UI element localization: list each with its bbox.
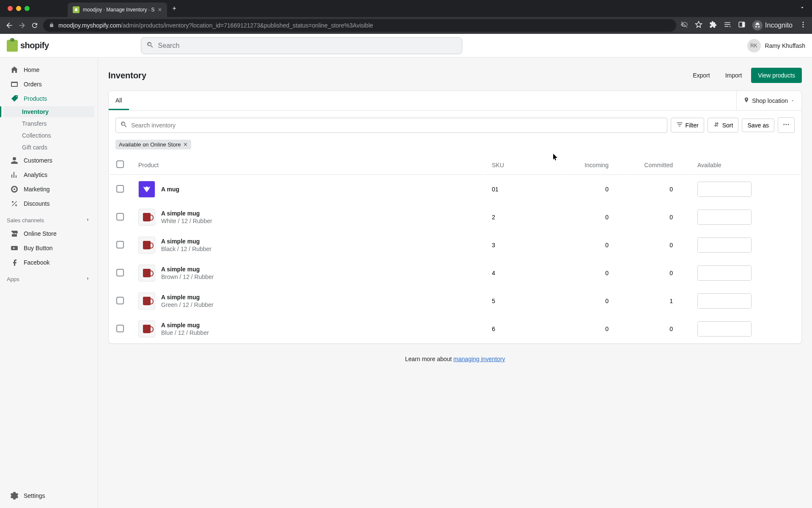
chevron-right-icon[interactable] xyxy=(85,217,91,224)
row-checkbox[interactable] xyxy=(116,213,124,221)
sidebar-item-customers[interactable]: Customers xyxy=(3,154,94,167)
apps-header: Apps xyxy=(0,270,98,285)
nav-back-button[interactable] xyxy=(5,21,14,30)
available-input[interactable] xyxy=(698,210,752,224)
reading-list-icon[interactable] xyxy=(724,21,731,30)
address-bar[interactable]: moodjoy.myshopify.com/admin/products/inv… xyxy=(43,19,676,32)
incognito-badge[interactable]: Incognito xyxy=(752,20,793,30)
row-checkbox[interactable] xyxy=(116,241,124,248)
page-header: Inventory Export Import View products xyxy=(108,68,802,83)
row-checkbox[interactable] xyxy=(116,185,124,193)
cell-sku: 3 xyxy=(485,232,561,259)
browser-tab[interactable]: moodjoy · Manage Inventory · S ✕ xyxy=(68,3,167,17)
product-name[interactable]: A simple mug xyxy=(161,238,211,245)
sidebar-sub-gift-cards[interactable]: Gift cards xyxy=(3,142,94,153)
new-tab-button[interactable]: + xyxy=(172,5,176,12)
main-content: Inventory Export Import View products Al… xyxy=(98,58,812,508)
tab-title: moodjoy · Manage Inventory · S xyxy=(83,7,154,13)
row-checkbox[interactable] xyxy=(116,269,124,276)
caret-down-icon xyxy=(790,97,795,104)
learn-more-link[interactable]: managing inventory xyxy=(453,356,505,362)
extensions-icon[interactable] xyxy=(709,21,717,30)
product-name[interactable]: A simple mug xyxy=(161,266,214,273)
inventory-search[interactable] xyxy=(115,118,667,133)
window-close-button[interactable] xyxy=(8,6,13,11)
more-actions-button[interactable] xyxy=(778,117,795,133)
cell-committed: 0 xyxy=(626,232,690,259)
shopify-logo[interactable]: shopify xyxy=(7,40,49,52)
tab-close-icon[interactable]: ✕ xyxy=(158,7,162,13)
svg-point-6 xyxy=(786,124,787,125)
tab-all[interactable]: All xyxy=(109,91,129,110)
available-stepper[interactable]: ▲▼ xyxy=(697,182,752,197)
global-search[interactable]: Search xyxy=(141,37,462,54)
col-header-product[interactable]: Product xyxy=(132,155,484,175)
filter-chip-available-online-store[interactable]: Available on Online Store ✕ xyxy=(115,140,191,149)
star-icon[interactable] xyxy=(695,21,702,30)
incognito-icon xyxy=(752,20,763,30)
available-input[interactable] xyxy=(698,322,752,336)
cell-committed: 0 xyxy=(626,260,690,287)
save-as-button[interactable]: Save as xyxy=(742,119,774,132)
sidebar-sub-collections[interactable]: Collections xyxy=(3,130,94,141)
cell-committed: 0 xyxy=(626,315,690,342)
card-tabs-row: All Shop location xyxy=(109,91,801,110)
sidebar-item-home[interactable]: Home xyxy=(3,63,94,77)
filter-button[interactable]: Filter xyxy=(671,118,704,133)
kebab-menu-icon[interactable] xyxy=(799,21,807,30)
sidebar-channel-online-store[interactable]: Online Store xyxy=(3,227,94,240)
orders-icon xyxy=(10,80,19,88)
available-input[interactable] xyxy=(698,266,752,280)
available-stepper[interactable]: ▲▼ xyxy=(697,265,752,281)
product-name[interactable]: A simple mug xyxy=(161,210,212,217)
available-stepper[interactable]: ▲▼ xyxy=(697,237,752,253)
available-stepper[interactable]: ▲▼ xyxy=(697,293,752,309)
chip-remove-icon[interactable]: ✕ xyxy=(183,141,188,148)
col-header-committed[interactable]: Committed xyxy=(626,155,690,175)
window-maximize-button[interactable] xyxy=(25,6,30,11)
sidebar-item-label: Analytics xyxy=(24,171,47,178)
tab-favicon-icon xyxy=(73,6,80,13)
col-header-available[interactable]: Available xyxy=(691,155,801,175)
sidebar-sub-inventory[interactable]: Inventory xyxy=(3,106,94,117)
sidebar-item-orders[interactable]: Orders xyxy=(3,77,94,91)
row-checkbox[interactable] xyxy=(116,297,124,304)
nav-forward-button[interactable] xyxy=(18,21,26,30)
available-stepper[interactable]: ▲▼ xyxy=(697,321,752,337)
view-products-button[interactable]: View products xyxy=(751,68,802,83)
sort-button[interactable]: Sort xyxy=(708,118,739,133)
location-selector[interactable]: Shop location xyxy=(736,91,801,110)
col-header-incoming[interactable]: Incoming xyxy=(562,155,625,175)
learn-more-prefix: Learn more about xyxy=(405,356,453,362)
inventory-search-input[interactable] xyxy=(131,122,663,129)
panel-icon[interactable] xyxy=(738,21,746,30)
product-name[interactable]: A simple mug xyxy=(161,294,214,301)
sidebar-channel-facebook[interactable]: Facebook xyxy=(3,256,94,269)
chevron-right-icon[interactable] xyxy=(85,276,91,283)
row-checkbox[interactable] xyxy=(116,325,124,332)
import-button[interactable]: Import xyxy=(719,69,748,82)
available-input[interactable] xyxy=(698,294,752,308)
sidebar-item-analytics[interactable]: Analytics xyxy=(3,168,94,182)
cell-sku: 2 xyxy=(485,204,561,231)
select-all-checkbox[interactable] xyxy=(116,160,124,168)
eye-off-icon[interactable] xyxy=(680,21,688,30)
available-input[interactable] xyxy=(698,238,752,252)
nav-reload-button[interactable] xyxy=(30,21,39,30)
sort-label: Sort xyxy=(722,122,733,129)
product-name[interactable]: A simple mug xyxy=(161,322,209,329)
sidebar-channel-buy-button[interactable]: Buy Button xyxy=(3,241,94,255)
sidebar-item-discounts[interactable]: Discounts xyxy=(3,197,94,210)
user-menu[interactable]: RK Ramy Khuffash xyxy=(747,39,805,52)
tab-overflow-icon[interactable] xyxy=(799,5,805,12)
product-name[interactable]: A mug xyxy=(161,186,179,193)
sidebar-sub-transfers[interactable]: Transfers xyxy=(3,118,94,129)
export-button[interactable]: Export xyxy=(687,69,716,82)
available-stepper[interactable]: ▲▼ xyxy=(697,210,752,225)
window-minimize-button[interactable] xyxy=(16,6,21,11)
available-input[interactable] xyxy=(698,182,752,196)
col-header-sku[interactable]: SKU xyxy=(485,155,561,175)
sidebar-item-marketing[interactable]: Marketing xyxy=(3,182,94,196)
sidebar-item-settings[interactable]: Settings xyxy=(3,489,94,502)
sidebar-item-products[interactable]: Products xyxy=(3,92,94,105)
